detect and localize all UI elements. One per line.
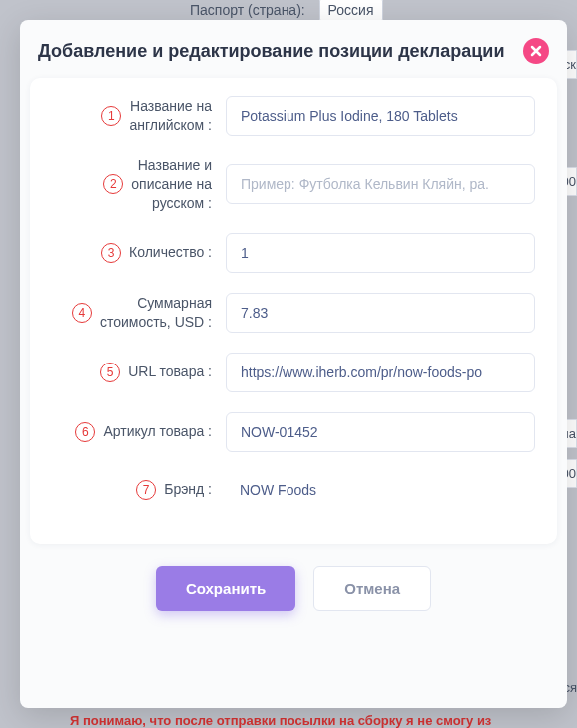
label-sku: Артикул товара :: [103, 422, 212, 441]
action-row: Сохранить Отмена: [30, 566, 557, 611]
cancel-button[interactable]: Отмена: [313, 566, 431, 611]
label-url: URL товара :: [128, 363, 212, 381]
row-url: 5 URL товара : https://www.iherb.com/pr/…: [52, 353, 535, 392]
input-name-ru[interactable]: Пример: Футболка Кельвин Кляйн, ра.: [226, 164, 535, 204]
close-button[interactable]: [523, 38, 549, 64]
row-name-en: 1 Название на английском : Potassium Plu…: [52, 96, 535, 136]
close-icon: [530, 45, 542, 57]
num-badge-2: 2: [103, 174, 123, 194]
num-badge-5: 5: [100, 363, 120, 382]
bg-passport-label: Паспорт (страна):: [190, 2, 305, 18]
input-name-en[interactable]: Potassium Plus Iodine, 180 Tablets: [226, 96, 535, 136]
input-total-cost[interactable]: 7.83: [226, 293, 535, 333]
modal-header: Добавление и редактирование позиции декл…: [30, 38, 557, 78]
input-url[interactable]: https://www.iherb.com/pr/now-foods-po: [226, 353, 535, 392]
save-button[interactable]: Сохранить: [156, 566, 295, 611]
num-badge-3: 3: [101, 243, 121, 263]
bg-warning-text: Я понимаю, что после отправки посылки на…: [70, 713, 577, 728]
row-sku: 6 Артикул товара : NOW-01452: [52, 412, 535, 452]
label-total-cost: Суммарная стоимость, USD :: [100, 294, 212, 332]
num-badge-1: 1: [101, 106, 121, 126]
form-card: 1 Название на английском : Potassium Plu…: [30, 78, 557, 544]
input-sku[interactable]: NOW-01452: [226, 412, 535, 452]
modal-dialog: Добавление и редактирование позиции декл…: [20, 20, 567, 708]
label-brand: Брэнд :: [164, 480, 212, 499]
input-quantity[interactable]: 1: [226, 233, 535, 273]
bg-passport-row: Паспорт (страна): Россия: [0, 0, 577, 18]
row-total-cost: 4 Суммарная стоимость, USD : 7.83: [52, 293, 535, 333]
num-badge-6: 6: [75, 422, 95, 442]
row-name-ru: 2 Название и описание на русском : Приме…: [52, 156, 535, 213]
label-name-en: Название на английском :: [129, 97, 212, 135]
num-badge-4: 4: [72, 303, 92, 323]
modal-title: Добавление и редактирование позиции декл…: [38, 41, 504, 62]
input-brand[interactable]: NOW Foods: [226, 472, 535, 508]
row-quantity: 3 Количество : 1: [52, 233, 535, 273]
num-badge-7: 7: [136, 480, 156, 500]
label-quantity: Количество :: [129, 243, 212, 262]
label-name-ru: Название и описание на русском :: [131, 156, 212, 213]
row-brand: 7 Брэнд : NOW Foods: [52, 472, 535, 508]
